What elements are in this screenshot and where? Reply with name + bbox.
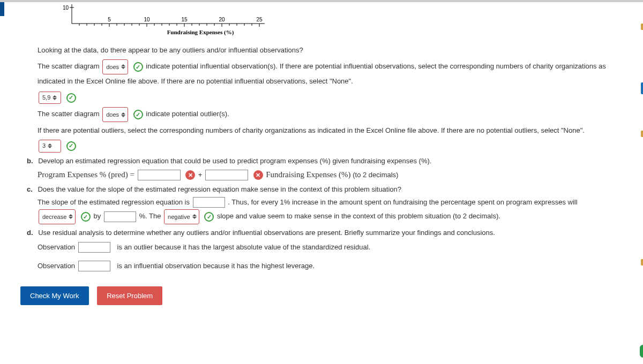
text-by: by	[94, 212, 101, 220]
prompt-b: Develop an estimated regression equation…	[38, 157, 431, 165]
select-negative[interactable]: negative	[164, 209, 199, 224]
x-tick-20: 20	[219, 17, 225, 22]
input-intercept[interactable]	[138, 170, 181, 180]
check-icon: ✓	[66, 93, 76, 103]
x-tick-25: 25	[256, 17, 263, 22]
text-scatter-1a: The scatter diagram	[38, 62, 100, 70]
equation-lhs: Program Expenses % (pred) =	[38, 170, 134, 179]
text-d-l1: is an outlier because it has the largest…	[117, 243, 371, 251]
select-influential-value: 5,9	[42, 93, 50, 103]
question-outliers: Looking at the data, do there appear to …	[38, 45, 622, 56]
y-tick-10: 10	[63, 5, 69, 11]
label-b: b.	[27, 157, 33, 165]
select-decrease[interactable]: decrease	[39, 209, 76, 224]
reset-problem-button[interactable]: Reset Problem	[97, 286, 162, 305]
stepper-icon	[69, 214, 73, 219]
stepper-icon	[121, 112, 125, 117]
select-does-2[interactable]: does	[102, 107, 128, 122]
text-d-l2: is an influential observation because it…	[117, 262, 315, 270]
check-icon: ✓	[204, 212, 214, 222]
text-c-1a: The slope of the estimated regression eq…	[38, 198, 190, 206]
text-scatter-2a: The scatter diagram	[38, 110, 100, 118]
input-influential-obs[interactable]	[78, 261, 110, 271]
input-by-percent[interactable]	[104, 211, 136, 222]
text-scatter-2b: indicate potential outlier(s).	[146, 110, 229, 118]
check-icon: ✓	[133, 62, 143, 72]
stepper-icon	[53, 95, 57, 100]
select-outlier-numbers[interactable]: 3	[39, 140, 61, 153]
x-tick-5: 5	[108, 17, 111, 22]
input-slope[interactable]	[205, 170, 248, 180]
text-c-1b: . Thus, for every 1% increase in the amo…	[228, 198, 577, 206]
observation-word-1: Observation	[38, 243, 75, 251]
label-d: d.	[27, 229, 33, 237]
chart-axis-fragment: 10 5	[50, 4, 622, 39]
text-outlier-instruction: If there are potential outliers, select …	[38, 125, 622, 136]
wrong-icon: ✕	[253, 170, 263, 180]
check-icon: ✓	[81, 212, 91, 222]
observation-word-2: Observation	[38, 262, 75, 270]
equation-rhs-label: Fundraising Expenses (%)	[266, 170, 350, 179]
plus-sign: +	[198, 171, 203, 179]
check-icon: ✓	[133, 110, 143, 119]
label-c: c.	[27, 185, 33, 193]
prompt-c: Does the value for the slope of the esti…	[38, 185, 401, 193]
stepper-icon	[121, 64, 125, 69]
stepper-icon	[192, 214, 197, 219]
text-c-end: slope and value seem to make sense in th…	[217, 212, 500, 220]
check-icon: ✓	[66, 141, 76, 151]
select-does-1-value: does	[106, 61, 119, 73]
select-decrease-value: decrease	[42, 211, 66, 223]
text-pct-the: %. The	[139, 212, 161, 220]
input-outlier-obs[interactable]	[78, 242, 110, 253]
stepper-icon	[48, 143, 52, 148]
input-slope-value[interactable]	[193, 197, 225, 208]
x-tick-15: 15	[181, 17, 188, 22]
select-outlier-value: 3	[42, 141, 46, 151]
decimals-note: (to 2 decimals)	[353, 171, 398, 179]
select-does-1[interactable]: does	[102, 59, 128, 74]
prompt-d: Use residual analysis to determine wheth…	[38, 229, 495, 237]
wrong-icon: ✕	[185, 170, 195, 180]
select-negative-value: negative	[168, 211, 190, 223]
x-axis-label: Fundraising Expenses (%)	[167, 29, 234, 36]
select-does-2-value: does	[106, 109, 119, 120]
x-tick-10: 10	[144, 17, 150, 22]
select-influential-numbers[interactable]: 5,9	[39, 92, 61, 104]
check-my-work-button[interactable]: Check My Work	[20, 286, 89, 305]
